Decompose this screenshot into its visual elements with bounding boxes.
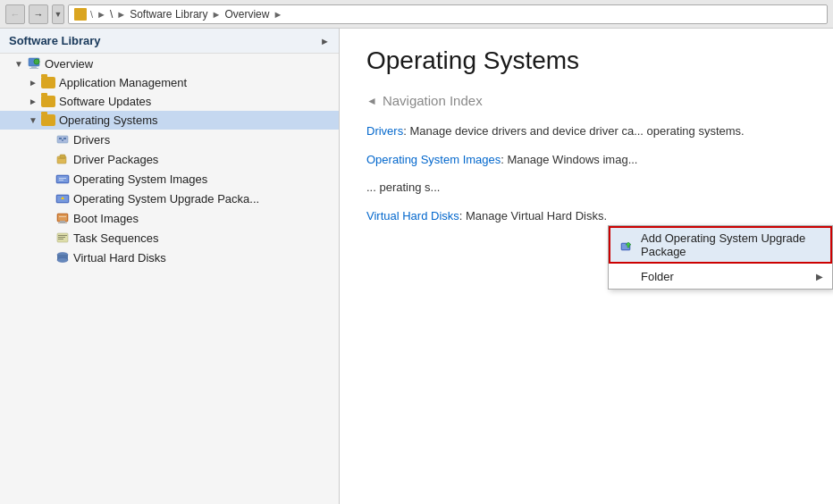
nav-dropdown-button[interactable]: ▼ (52, 4, 64, 24)
svg-point-8 (62, 139, 63, 141)
expand-arrow-driver-pkgs (43, 155, 52, 164)
svg-rect-27 (58, 239, 63, 239)
nav-index-header: Navigation Index (366, 93, 806, 108)
sidebar-item-vhd[interactable]: Virtual Hard Disks (0, 248, 339, 267)
svg-rect-26 (58, 237, 65, 238)
sidebar-item-app-mgmt-label: Application Management (59, 76, 187, 89)
expand-arrow-task-seq (43, 233, 52, 243)
svg-rect-10 (60, 155, 65, 158)
back-button[interactable]: ← (5, 4, 25, 24)
drivers-icon (55, 132, 70, 147)
nav-paragraph-drivers: Drivers: Manage device drivers and devic… (366, 122, 806, 140)
task-sequences-icon (55, 231, 70, 245)
nav-text-os-images: : Manage Windows imag... (501, 153, 637, 166)
breadcrumb-arrow-1: ► (97, 9, 106, 20)
svg-rect-7 (63, 138, 66, 139)
sidebar-item-os-images-label: Operating System Images (73, 172, 207, 186)
svg-rect-2 (29, 68, 38, 69)
breadcrumb-sep-1: \ (90, 9, 93, 20)
sidebar-item-driver-pkgs[interactable]: Driver Packages (0, 149, 339, 169)
sidebar-item-os-upgrade-label: Operating System Upgrade Packa... (73, 192, 259, 206)
sidebar-item-overview-label: Overview (45, 57, 93, 71)
os-images-icon (55, 172, 70, 186)
context-menu-item-folder[interactable]: Folder (609, 264, 832, 289)
nav-text-drivers: : Manage device drivers and device drive… (403, 124, 745, 138)
svg-rect-13 (57, 176, 68, 182)
svg-point-31 (57, 258, 68, 263)
nav-text-upgrade: ... perating s... (366, 181, 440, 194)
svg-rect-25 (58, 235, 67, 236)
breadcrumb-operating-systems[interactable]: Overview (224, 8, 269, 21)
sidebar-item-boot-images-label: Boot Images (73, 212, 139, 225)
svg-rect-23 (58, 223, 67, 223)
sidebar-item-os-upgrade[interactable]: Operating System Upgrade Packa... (0, 189, 339, 208)
nav-text-vhd: : Manage Virtual Hard Disks. (459, 209, 607, 223)
os-upgrade-icon (55, 191, 70, 206)
forward-button[interactable]: → (29, 4, 48, 24)
nav-index-label: Navigation Index (383, 93, 483, 108)
breadcrumb-arrow-2: ► (116, 9, 126, 20)
sidebar-item-os-images[interactable]: Operating System Images (0, 169, 339, 189)
sidebar-item-task-seq-label: Task Sequences (73, 231, 158, 245)
folder-icon-sw-updates (41, 96, 55, 107)
boot-images-icon (55, 211, 70, 225)
breadcrumb-arrow-3: ► (212, 9, 222, 20)
page-title: Operating Systems (366, 46, 806, 75)
nav-link-vhd[interactable]: Virtual Hard Disks (366, 209, 459, 223)
sidebar: Software Library ► ▼ Overview ► Appli (0, 29, 340, 504)
sidebar-item-os[interactable]: ▼ Operating Systems (0, 111, 339, 130)
breadcrumb-software-library[interactable]: \ (110, 8, 113, 21)
expand-arrow-drivers (43, 135, 52, 145)
nav-link-os-images[interactable]: Operating System Images (366, 153, 501, 166)
sidebar-title: Software Library (9, 34, 101, 47)
context-menu: Add Operating System Upgrade Package Fol… (608, 225, 833, 290)
breadcrumb-bar: \ ► \ ► Software Library ► Overview ► (68, 4, 828, 24)
svg-rect-15 (59, 180, 63, 181)
expand-arrow-os: ▼ (29, 115, 38, 125)
sidebar-item-sw-updates-label: Software Updates (59, 95, 151, 108)
expand-arrow-sw-updates: ► (29, 97, 38, 106)
context-menu-item-add-upgrade-pkg-label: Add Operating System Upgrade Package (641, 231, 821, 258)
expand-arrow-boot-images (43, 214, 52, 223)
toolbar: ← → ▼ \ ► \ ► Software Library ► Overvie… (0, 0, 833, 29)
context-menu-item-add-upgrade-pkg[interactable]: Add Operating System Upgrade Package (609, 226, 832, 264)
breadcrumb-arrow-4: ► (273, 9, 282, 20)
sidebar-item-drivers[interactable]: Drivers (0, 130, 339, 149)
expand-arrow-vhd (43, 253, 52, 263)
sidebar-item-app-mgmt[interactable]: ► Application Management (0, 73, 339, 92)
sidebar-item-overview[interactable]: ▼ Overview (0, 54, 339, 73)
breadcrumb-overview[interactable]: Software Library (130, 8, 207, 21)
sidebar-item-task-seq[interactable]: Task Sequences (0, 228, 339, 248)
svg-rect-22 (60, 221, 65, 223)
sidebar-item-sw-updates[interactable]: ► Software Updates (0, 92, 339, 111)
sidebar-header: Software Library ► (0, 29, 339, 54)
sidebar-item-drivers-label: Drivers (73, 133, 110, 147)
nav-paragraph-os-images: Operating System Images: Manage Windows … (366, 151, 806, 169)
upgrade-package-icon (619, 238, 634, 252)
nav-paragraph-vhd: Virtual Hard Disks: Manage Virtual Hard … (366, 207, 806, 225)
svg-rect-1 (31, 66, 37, 68)
nav-link-drivers[interactable]: Drivers (366, 124, 403, 138)
svg-rect-6 (59, 138, 62, 139)
nav-paragraph-os-upgrade-text: ... perating s... (366, 179, 806, 197)
content-area: Operating Systems Navigation Index Drive… (340, 29, 833, 504)
svg-rect-33 (67, 255, 68, 260)
sidebar-collapse-button[interactable]: ► (320, 36, 330, 46)
driver-packages-icon (55, 152, 70, 166)
expand-arrow-overview: ▼ (14, 59, 23, 69)
overview-icon (27, 56, 41, 71)
expand-arrow-os-images (43, 174, 52, 184)
svg-rect-32 (57, 255, 58, 260)
svg-rect-11 (58, 158, 65, 159)
context-menu-item-folder-label: Folder (641, 270, 674, 283)
vhd-icon (55, 250, 70, 265)
breadcrumb-folder-icon (74, 8, 87, 21)
main-layout: Software Library ► ▼ Overview ► Appli (0, 29, 833, 504)
folder-icon-app-mgmt (41, 77, 55, 88)
sidebar-item-boot-images[interactable]: Boot Images (0, 208, 339, 228)
sidebar-item-vhd-label: Virtual Hard Disks (73, 251, 166, 265)
svg-rect-21 (59, 216, 66, 217)
sidebar-item-os-label: Operating Systems (59, 113, 158, 127)
svg-rect-20 (58, 214, 67, 221)
expand-arrow-app-mgmt: ► (29, 78, 38, 88)
